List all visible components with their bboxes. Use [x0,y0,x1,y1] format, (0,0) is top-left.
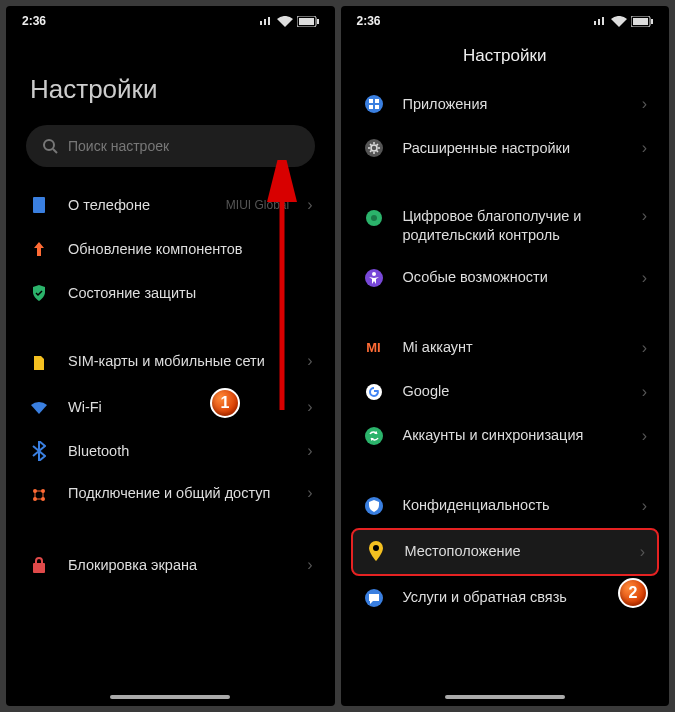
row-apps[interactable]: Приложения › [341,82,670,126]
svg-point-19 [365,139,383,157]
sim-icon [28,352,50,374]
svg-point-22 [371,215,377,221]
row-location[interactable]: Местоположение › [353,530,658,574]
row-privacy[interactable]: Конфиденциальность › [341,484,670,528]
row-label: SIM-карты и мобильные сети [68,352,289,371]
chevron-right-icon: › [642,269,647,287]
chevron-right-icon: › [307,398,312,416]
row-label: Google [403,382,624,401]
status-time: 2:36 [357,14,381,28]
svg-point-3 [44,140,54,150]
settings-list-1: Приложения › Расширенные настройки › [341,82,670,170]
row-sync[interactable]: Аккаунты и синхронизация › [341,414,670,458]
row-label: Особые возможности [403,268,624,287]
share-icon [28,484,50,506]
chevron-right-icon: › [642,339,647,357]
chevron-right-icon: › [307,484,312,502]
row-label: Конфиденциальность [403,496,624,515]
search-input[interactable]: Поиск настроек [26,125,315,167]
sync-icon [363,425,385,447]
row-security[interactable]: Состояние защиты [6,271,335,315]
row-label: Wi-Fi [68,398,289,417]
row-sub: MIUI Global [226,198,289,212]
feedback-icon [363,587,385,609]
row-label: Подключение и общий доступ [68,484,289,503]
step-badge-2: 2 [618,578,648,608]
chevron-right-icon: › [307,196,312,214]
row-label: Bluetooth [68,442,289,461]
chevron-right-icon: › [307,556,312,574]
row-about-phone[interactable]: О телефоне MIUI Global › [6,183,335,227]
apps-icon [363,93,385,115]
chevron-right-icon: › [642,383,647,401]
settings-list-2: SIM-карты и мобильные сети › Wi-Fi › Blu… [6,341,335,517]
chevron-right-icon: › [307,442,312,460]
step-badge-1: 1 [210,388,240,418]
row-accessibility[interactable]: Особые возможности › [341,256,670,300]
bluetooth-icon [28,440,50,462]
row-sim[interactable]: SIM-карты и мобильные сети › [6,341,335,385]
search-icon [42,138,58,154]
settings-list-1: О телефоне MIUI Global › Обновление комп… [6,183,335,315]
row-label: Аккаунты и синхронизация [403,426,624,445]
page-title: Настройки [341,32,670,82]
nav-handle[interactable] [110,695,230,699]
row-mi-account[interactable]: MI Mi аккаунт › [341,326,670,370]
svg-rect-5 [33,197,45,213]
chevron-right-icon: › [642,427,647,445]
svg-rect-17 [369,105,373,109]
status-icons [593,16,653,27]
status-icons [259,16,319,27]
chevron-right-icon: › [307,352,312,370]
svg-rect-13 [651,19,653,24]
wellbeing-icon [363,207,385,229]
svg-rect-18 [375,105,379,109]
row-label: Блокировка экрана [68,556,289,575]
row-wifi[interactable]: Wi-Fi › [6,385,335,429]
row-label: Состояние защиты [68,284,313,303]
row-bluetooth[interactable]: Bluetooth › [6,429,335,473]
svg-rect-16 [375,99,379,103]
svg-rect-12 [633,18,648,25]
status-time: 2:36 [22,14,46,28]
update-icon [28,238,50,260]
search-placeholder: Поиск настроек [68,138,169,154]
shield-icon [28,282,50,304]
row-label: О телефоне [68,196,208,215]
svg-rect-2 [317,19,319,24]
svg-point-26 [365,427,383,445]
highlight-location: Местоположение › [351,528,660,576]
row-google[interactable]: Google › [341,370,670,414]
svg-point-28 [373,545,379,551]
lock-icon [28,554,50,576]
page-title: Настройки [6,32,335,119]
settings-list-3: Блокировка экрана › [6,543,335,587]
chevron-right-icon: › [642,95,647,113]
row-label: Цифровое благополучие и родительский кон… [403,207,624,245]
row-share[interactable]: Подключение и общий доступ › [6,473,335,517]
chevron-right-icon: › [642,207,647,225]
row-label: Расширенные настройки [403,139,624,158]
settings-list-3: MI Mi аккаунт › Google › Аккаунты и синх… [341,326,670,458]
status-bar: 2:36 [6,6,335,32]
a11y-icon [363,267,385,289]
settings-icon [363,137,385,159]
chevron-right-icon: › [640,543,645,561]
row-lockscreen[interactable]: Блокировка экрана › [6,543,335,587]
row-label: Обновление компонентов [68,240,313,259]
settings-list-2: Цифровое благополучие и родительский кон… [341,196,670,300]
row-advanced[interactable]: Расширенные настройки › [341,126,670,170]
svg-rect-15 [369,99,373,103]
nav-handle[interactable] [445,695,565,699]
google-icon [363,381,385,403]
privacy-icon [363,495,385,517]
row-update[interactable]: Обновление компонентов [6,227,335,271]
chevron-right-icon: › [642,139,647,157]
row-wellbeing[interactable]: Цифровое благополучие и родительский кон… [341,196,670,256]
svg-line-4 [53,149,57,153]
svg-rect-10 [33,563,45,573]
chevron-right-icon: › [642,497,647,515]
mi-icon: MI [363,337,385,359]
row-label: Местоположение [405,542,622,561]
svg-point-14 [365,95,383,113]
